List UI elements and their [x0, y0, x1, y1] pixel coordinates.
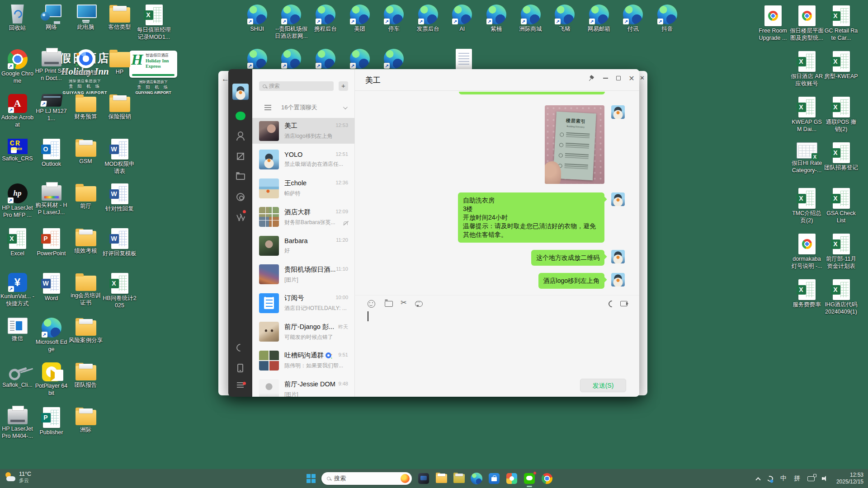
volume-icon[interactable]: [822, 475, 829, 482]
taskbar-app-icon[interactable]: [524, 473, 535, 484]
desktop-icon[interactable]: [377, 48, 411, 69]
search-input[interactable]: 搜索: [259, 81, 334, 91]
desktop-icon[interactable]: 携程后台: [308, 4, 343, 40]
desktop-icon[interactable]: 前厅: [69, 183, 103, 227]
message-avatar[interactable]: [611, 250, 625, 263]
taskbar-app-icon[interactable]: [471, 473, 482, 484]
chat-history-icon[interactable]: [414, 299, 424, 309]
favorites-icon[interactable]: [228, 150, 252, 163]
desktop-icon[interactable]: GSM: [69, 138, 103, 183]
desktop-icon[interactable]: 团队招募登记: [824, 141, 858, 187]
desktop-icon[interactable]: 假日楼层平面图及房型统...: [790, 5, 824, 50]
chat-list-item[interactable]: 王chole 帕萨特 12:36: [252, 175, 354, 201]
desktop-icon[interactable]: HP Print Scan Doct...: [34, 48, 68, 93]
taskbar-app-icon[interactable]: [541, 473, 553, 484]
close-button[interactable]: ✕: [626, 73, 637, 84]
desktop-icon[interactable]: Saflok_CRS: [0, 138, 34, 183]
desktop-icon[interactable]: KunlunVat... - 快捷方式: [0, 272, 34, 317]
desktop-icon[interactable]: 假日酒店 AR 应收账号: [790, 50, 824, 96]
desktop-icon[interactable]: 绩效考核: [69, 227, 103, 272]
taskbar-weather[interactable]: 11°C 多云: [5, 471, 31, 483]
desktop-icon[interactable]: 洲际: [69, 406, 103, 451]
chat-list-item[interactable]: Barbara 好 11:20: [252, 233, 354, 258]
attach-folder-icon[interactable]: [384, 299, 394, 309]
desktop-icon[interactable]: 飞猪: [547, 4, 582, 40]
chat-list-item[interactable]: 吐槽码沟通群 陈伟明：如果要我们帮... 9:51: [252, 347, 354, 373]
chat-list-item[interactable]: YOLO 禁止吸烟请勿在酒店任... 12:51: [252, 147, 354, 173]
sync-icon[interactable]: [766, 475, 774, 483]
desktop-icon[interactable]: MOD权限申请表: [103, 138, 137, 183]
desktop-icon[interactable]: 美团: [343, 4, 377, 40]
ime-mode-indicator[interactable]: 拼: [794, 474, 800, 483]
desktop-icon[interactable]: 每日值班经理记录MOD1...: [137, 4, 171, 48]
desktop-icon[interactable]: 回收站: [0, 4, 34, 48]
desktop-icon[interactable]: 购买耗材 - HP LaserJ...: [34, 183, 68, 227]
contacts-icon[interactable]: [228, 129, 252, 143]
desktop-icon[interactable]: PotPlayer 64 bit: [34, 361, 68, 406]
desktop-icon[interactable]: --贵阳机场假日酒店群网...: [274, 4, 309, 40]
desktop-icon[interactable]: AI: [445, 4, 480, 40]
desktop-icon[interactable]: TMC介绍总页(2): [790, 187, 824, 233]
desktop-icon[interactable]: 网络: [34, 4, 68, 48]
sent-photo-message[interactable]: 楼层索引 Building Directory: [545, 105, 604, 184]
desktop-icon[interactable]: Excel: [0, 227, 34, 272]
desktop-icon[interactable]: ing会员培训证书: [69, 272, 103, 317]
desktop-icon[interactable]: [343, 48, 377, 69]
ime-language-indicator[interactable]: 中: [780, 474, 787, 483]
desktop-icon[interactable]: 通联POS 撤销(2): [824, 96, 858, 141]
emoji-icon[interactable]: [366, 299, 376, 309]
taskbar-app-icon[interactable]: [418, 473, 429, 484]
files-icon[interactable]: [228, 170, 252, 183]
desktop-icon[interactable]: IHG酒店代码 20240409(1): [824, 278, 858, 324]
desktop-icon[interactable]: 企业微信: [69, 48, 103, 93]
desktop-icon[interactable]: Adobe Acrobat: [0, 93, 34, 138]
chat-list-item[interactable]: 酒店大群 财务部Barbara张英... 12:09: [252, 204, 354, 230]
desktop-icon[interactable]: 保险报销: [103, 93, 137, 138]
desktop-icon[interactable]: 房型-KWEAP: [824, 50, 858, 96]
desktop-icon[interactable]: 洲际商城: [514, 4, 548, 40]
start-button[interactable]: [307, 474, 316, 483]
screenshot-icon[interactable]: ✂: [399, 298, 409, 308]
desktop-icon[interactable]: [308, 48, 343, 69]
desktop-icon[interactable]: 财务预算: [69, 93, 103, 138]
desktop-icon[interactable]: HP LaserJet Pro M404-...: [0, 406, 34, 451]
desktop-icon[interactable]: 抖音: [650, 4, 684, 40]
desktop-icon[interactable]: HB问卷统计2025: [103, 272, 137, 317]
minimize-button[interactable]: [599, 73, 611, 84]
desktop-icon[interactable]: 发票后台: [411, 4, 445, 40]
desktop-icon[interactable]: 风险案例分享: [69, 317, 103, 361]
desktop-icon[interactable]: 网易邮箱: [582, 4, 616, 40]
desktop-icon[interactable]: 假日HI Rate Category-...: [790, 141, 824, 187]
chat-list-item[interactable]: 订阅号 酒店日记HOTELDAILY: ... 10:00: [252, 290, 354, 316]
moments-icon[interactable]: [228, 190, 252, 204]
taskbar-app-icon[interactable]: [453, 473, 465, 484]
taskbar-search[interactable]: 搜索: [321, 472, 412, 485]
message-input[interactable]: [355, 309, 639, 379]
desktop-icon[interactable]: Free Room Upgrade ...: [756, 5, 790, 50]
chat-list-item[interactable]: 前厅-Jessie DOM [图片] 9:48: [252, 376, 354, 397]
desktop-icon[interactable]: 客信类型: [103, 4, 137, 48]
message-avatar[interactable]: [611, 192, 625, 206]
taskbar-clock[interactable]: 12:53 2025/12/15: [836, 472, 863, 485]
desktop-icon[interactable]: KWEAP GSM Dai...: [790, 96, 824, 141]
user-avatar[interactable]: [232, 84, 249, 100]
desktop-icon[interactable]: GC Retail Rate Car...: [824, 5, 858, 50]
message-avatar[interactable]: [611, 105, 625, 119]
desktop-icon[interactable]: [240, 48, 274, 69]
desktop-icon[interactable]: 团队报告: [69, 361, 103, 406]
taskbar-app-icon[interactable]: [488, 473, 500, 484]
taskbar-app-icon[interactable]: [435, 473, 447, 484]
desktop-icon[interactable]: Microsoft Edge: [34, 317, 68, 361]
desktop-icon[interactable]: Google Chrome: [0, 48, 34, 93]
pin-icon[interactable]: [585, 73, 597, 84]
desktop-icon[interactable]: SHIJI: [240, 4, 274, 40]
desktop-icon[interactable]: 付讯: [616, 4, 651, 40]
network-icon[interactable]: [807, 476, 815, 481]
desktop-icon[interactable]: 微信: [0, 317, 34, 361]
desktop-icon[interactable]: 服务费费率: [790, 278, 824, 324]
desktop-icon[interactable]: 停车: [377, 4, 411, 40]
desktop-icon[interactable]: 紫楠: [479, 4, 514, 40]
desktop-icon[interactable]: HP LJ M1271...: [34, 93, 68, 138]
desktop-icon[interactable]: GSA Check List: [824, 187, 858, 233]
desktop-icon[interactable]: [274, 48, 309, 69]
